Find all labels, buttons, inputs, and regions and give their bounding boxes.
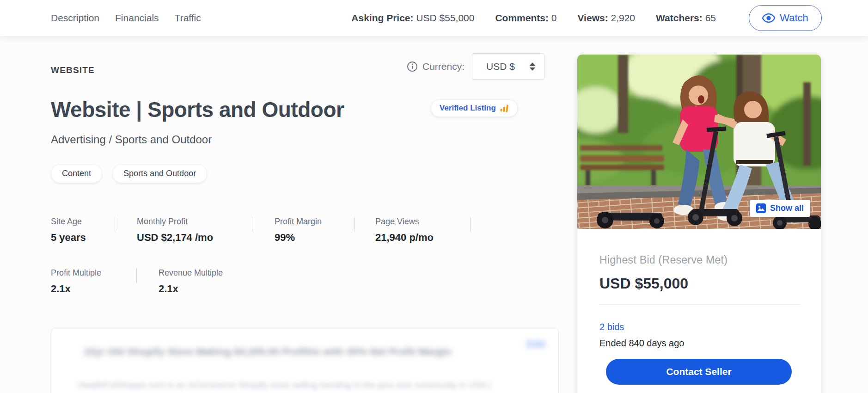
- tab-description[interactable]: Description: [51, 12, 99, 24]
- asking-price-metric: Asking Price: USD $55,000: [351, 12, 474, 24]
- stats-row-1: Site Age 5 years Monthly Profit USD $2,1…: [51, 216, 513, 253]
- tag-sports-and-outdoor[interactable]: Sports and Outdoor: [112, 164, 207, 183]
- header-metrics: Asking Price: USD $55,000 Comments: 0 Vi…: [351, 5, 822, 31]
- highest-bid-label: Highest Bid (Reserve Met): [599, 254, 727, 266]
- asking-price-value: USD $55,000: [416, 12, 474, 23]
- watch-button[interactable]: Watch: [749, 5, 822, 31]
- blurred-description-heading: 10yr Old Shopify Store Making $4,305.00 …: [84, 346, 463, 358]
- verified-listing-badge: Verified Listing: [431, 99, 518, 117]
- listing-header-bar: Description Financials Traffic Asking Pr…: [0, 0, 868, 36]
- currency-selector-group: Currency: USD $: [407, 53, 544, 80]
- stat-label: Profit Multiple: [51, 267, 101, 278]
- currency-selected-value: USD $: [486, 61, 529, 72]
- tag-content[interactable]: Content: [51, 164, 102, 183]
- views-value: 2,920: [611, 12, 635, 23]
- blurred-action-link: Edit: [527, 338, 545, 350]
- comments-metric: Comments: 0: [495, 12, 556, 24]
- show-all-label: Show all: [770, 203, 804, 213]
- contact-seller-button[interactable]: Contact Seller: [606, 359, 792, 385]
- stat-value: 2.1x: [159, 283, 223, 295]
- divider: [599, 304, 801, 305]
- show-all-photos-button[interactable]: Show all: [750, 200, 810, 217]
- watchers-label: Watchers:: [656, 12, 703, 23]
- eye-icon: [762, 13, 775, 23]
- info-icon[interactable]: [407, 61, 418, 72]
- stat-monthly-profit: Monthly Profit USD $2,174 /mo: [137, 216, 213, 244]
- stat-value: 21,940 p/mo: [375, 232, 434, 244]
- stat-divider: [252, 217, 252, 232]
- verified-listing-label: Verified Listing: [440, 104, 496, 113]
- bids-count-link[interactable]: 2 bids: [599, 322, 624, 332]
- stat-label: Profit Margin: [275, 216, 322, 227]
- views-metric: Views: 2,920: [577, 12, 635, 24]
- stat-site-age: Site Age 5 years: [51, 216, 86, 244]
- select-stepper-icon: [529, 62, 536, 71]
- bid-sidebar-card: Show all Highest Bid (Reserve Met) USD $…: [577, 55, 821, 393]
- stat-profit-multiple: Profit Multiple 2.1x: [51, 267, 101, 295]
- listing-photo[interactable]: Show all: [577, 55, 821, 229]
- image-icon: [756, 203, 766, 213]
- highest-bid-amount: USD $55,000: [599, 275, 688, 292]
- tab-financials[interactable]: Financials: [115, 12, 159, 24]
- stat-value: 99%: [275, 232, 322, 244]
- stat-label: Page Views: [375, 216, 434, 227]
- listing-type-label: WEBSITE: [51, 65, 95, 75]
- stat-value: 5 years: [51, 232, 86, 244]
- watchers-metric: Watchers: 65: [656, 12, 716, 24]
- views-label: Views:: [577, 12, 608, 23]
- description-card: Edit 10yr Old Shopify Store Making $4,30…: [51, 328, 559, 393]
- stat-value: USD $2,174 /mo: [137, 232, 213, 244]
- stat-divider: [136, 268, 137, 283]
- listing-category-subtitle: Advertising / Sports and Outdoor: [51, 133, 212, 146]
- comments-label: Comments:: [495, 12, 549, 23]
- stat-label: Revenue Multiple: [159, 267, 223, 278]
- tab-traffic[interactable]: Traffic: [175, 12, 201, 24]
- blurred-description-line: HealthFulShoppe.com is an eCommerce Shop…: [78, 380, 508, 390]
- stat-divider: [354, 217, 355, 232]
- stat-divider: [115, 217, 115, 232]
- stat-page-views: Page Views 21,940 p/mo: [375, 216, 434, 244]
- currency-select[interactable]: USD $: [472, 53, 544, 80]
- watchers-value: 65: [705, 12, 716, 23]
- page-title: Website | Sports and Outdoor: [51, 97, 344, 122]
- listing-tags: Content Sports and Outdoor: [51, 164, 207, 183]
- listing-nav-tabs: Description Financials Traffic: [51, 12, 201, 24]
- stats-row-2: Profit Multiple 2.1x Revenue Multiple 2.…: [51, 267, 513, 304]
- auction-ended-text: Ended 840 days ago: [599, 338, 685, 349]
- stat-label: Monthly Profit: [137, 216, 213, 227]
- asking-price-label: Asking Price:: [351, 12, 413, 23]
- watch-button-label: Watch: [780, 12, 808, 24]
- stat-divider: [470, 217, 471, 232]
- stat-label: Site Age: [51, 216, 86, 227]
- currency-label: Currency:: [422, 61, 465, 72]
- stat-value: 2.1x: [51, 283, 101, 295]
- stat-revenue-multiple: Revenue Multiple 2.1x: [159, 267, 223, 295]
- comments-value: 0: [551, 12, 557, 23]
- stat-profit-margin: Profit Margin 99%: [275, 216, 322, 244]
- analytics-bars-icon: [500, 104, 509, 112]
